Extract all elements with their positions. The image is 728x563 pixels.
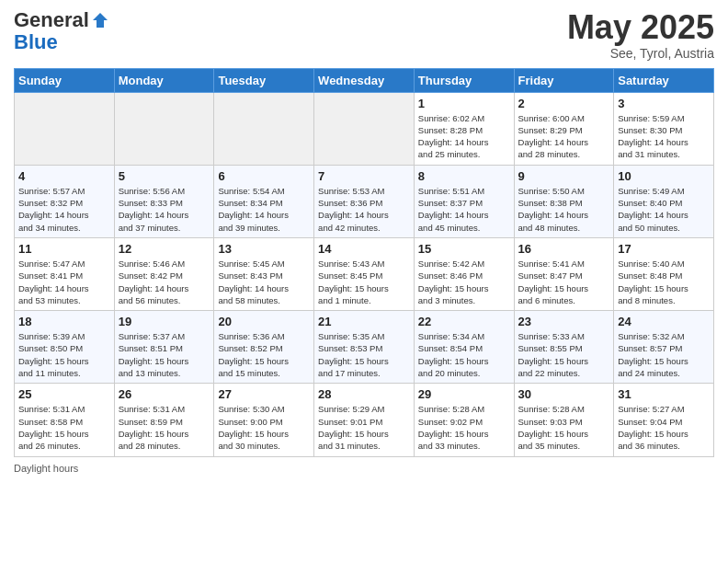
day-info: Sunrise: 5:45 AMSunset: 8:43 PMDaylight:… — [218, 258, 310, 306]
day-info: Sunrise: 5:41 AMSunset: 8:47 PMDaylight:… — [518, 258, 610, 306]
calendar-cell: 14Sunrise: 5:43 AMSunset: 8:45 PMDayligh… — [314, 237, 415, 310]
day-number: 22 — [418, 315, 510, 328]
calendar-cell: 31Sunrise: 5:27 AMSunset: 9:04 PMDayligh… — [614, 384, 714, 456]
day-number: 12 — [119, 242, 210, 256]
daylight-hours-label: Daylight hours — [14, 463, 78, 474]
day-info: Sunrise: 5:37 AMSunset: 8:51 PMDaylight:… — [119, 330, 210, 379]
calendar-week-row: 1Sunrise: 6:02 AMSunset: 8:28 PMDaylight… — [15, 92, 714, 165]
day-number: 20 — [218, 315, 310, 328]
day-info: Sunrise: 5:54 AMSunset: 8:34 PMDaylight:… — [218, 185, 310, 234]
calendar-cell: 11Sunrise: 5:47 AMSunset: 8:41 PMDayligh… — [15, 237, 115, 310]
day-number: 28 — [318, 387, 410, 401]
calendar-cell: 22Sunrise: 5:34 AMSunset: 8:54 PMDayligh… — [414, 311, 514, 384]
day-number: 6 — [218, 169, 310, 183]
calendar-cell — [214, 92, 314, 165]
day-number: 16 — [518, 242, 610, 256]
calendar-cell: 2Sunrise: 6:00 AMSunset: 8:29 PMDaylight… — [514, 92, 614, 165]
calendar-table: SundayMondayTuesdayWednesdayThursdayFrid… — [14, 68, 714, 457]
calendar-cell: 26Sunrise: 5:31 AMSunset: 8:59 PMDayligh… — [114, 384, 214, 456]
day-info: Sunrise: 5:57 AMSunset: 8:32 PMDaylight:… — [18, 185, 110, 234]
calendar-cell — [314, 92, 415, 165]
month-title: May 2025 — [567, 9, 714, 46]
day-number: 24 — [618, 315, 710, 328]
day-info: Sunrise: 5:27 AMSunset: 9:04 PMDaylight:… — [618, 403, 710, 452]
day-number: 8 — [418, 169, 510, 183]
day-info: Sunrise: 5:46 AMSunset: 8:42 PMDaylight:… — [119, 258, 210, 306]
logo: General Blue — [14, 9, 109, 53]
day-info: Sunrise: 5:59 AMSunset: 8:30 PMDaylight:… — [618, 112, 710, 161]
day-info: Sunrise: 5:50 AMSunset: 8:38 PMDaylight:… — [518, 185, 610, 234]
calendar-cell: 13Sunrise: 5:45 AMSunset: 8:43 PMDayligh… — [214, 237, 314, 310]
calendar-cell: 10Sunrise: 5:49 AMSunset: 8:40 PMDayligh… — [614, 165, 714, 237]
day-info: Sunrise: 5:39 AMSunset: 8:50 PMDaylight:… — [18, 330, 110, 379]
day-number: 30 — [518, 387, 610, 401]
calendar-header-sunday: Sunday — [15, 68, 115, 92]
day-number: 26 — [119, 387, 210, 401]
day-number: 3 — [618, 97, 710, 110]
day-number: 14 — [318, 242, 410, 256]
calendar-cell: 30Sunrise: 5:28 AMSunset: 9:03 PMDayligh… — [514, 384, 614, 456]
calendar-cell: 19Sunrise: 5:37 AMSunset: 8:51 PMDayligh… — [114, 311, 214, 384]
calendar-cell: 27Sunrise: 5:30 AMSunset: 9:00 PMDayligh… — [214, 384, 314, 456]
day-number: 4 — [18, 169, 110, 183]
day-number: 21 — [318, 315, 410, 328]
calendar-cell: 12Sunrise: 5:46 AMSunset: 8:42 PMDayligh… — [114, 237, 214, 310]
calendar-header-thursday: Thursday — [414, 68, 514, 92]
day-number: 15 — [418, 242, 510, 256]
day-number: 17 — [618, 242, 710, 256]
day-info: Sunrise: 6:02 AMSunset: 8:28 PMDaylight:… — [418, 112, 510, 161]
calendar-week-row: 18Sunrise: 5:39 AMSunset: 8:50 PMDayligh… — [15, 311, 714, 384]
calendar-cell: 28Sunrise: 5:29 AMSunset: 9:01 PMDayligh… — [314, 384, 415, 456]
calendar-cell: 25Sunrise: 5:31 AMSunset: 8:58 PMDayligh… — [15, 384, 115, 456]
day-info: Sunrise: 5:47 AMSunset: 8:41 PMDaylight:… — [18, 258, 110, 306]
calendar-week-row: 25Sunrise: 5:31 AMSunset: 8:58 PMDayligh… — [15, 384, 714, 456]
day-info: Sunrise: 5:40 AMSunset: 8:48 PMDaylight:… — [618, 258, 710, 306]
day-number: 13 — [218, 242, 310, 256]
footer: Daylight hours — [14, 463, 714, 474]
calendar-cell: 4Sunrise: 5:57 AMSunset: 8:32 PMDaylight… — [15, 165, 115, 237]
calendar-cell: 21Sunrise: 5:35 AMSunset: 8:53 PMDayligh… — [314, 311, 415, 384]
day-info: Sunrise: 5:43 AMSunset: 8:45 PMDaylight:… — [318, 258, 410, 306]
day-info: Sunrise: 6:00 AMSunset: 8:29 PMDaylight:… — [518, 112, 610, 161]
day-info: Sunrise: 5:30 AMSunset: 9:00 PMDaylight:… — [218, 403, 310, 452]
calendar-week-row: 11Sunrise: 5:47 AMSunset: 8:41 PMDayligh… — [15, 237, 714, 310]
calendar-cell: 6Sunrise: 5:54 AMSunset: 8:34 PMDaylight… — [214, 165, 314, 237]
day-number: 27 — [218, 387, 310, 401]
day-info: Sunrise: 5:33 AMSunset: 8:55 PMDaylight:… — [518, 330, 610, 379]
day-number: 23 — [518, 315, 610, 328]
day-number: 11 — [18, 242, 110, 256]
day-number: 25 — [18, 387, 110, 401]
calendar-cell — [15, 92, 115, 165]
calendar-cell — [114, 92, 214, 165]
day-info: Sunrise: 5:31 AMSunset: 8:58 PMDaylight:… — [18, 403, 110, 452]
calendar-cell: 15Sunrise: 5:42 AMSunset: 8:46 PMDayligh… — [414, 237, 514, 310]
calendar-cell: 20Sunrise: 5:36 AMSunset: 8:52 PMDayligh… — [214, 311, 314, 384]
calendar-header-saturday: Saturday — [614, 68, 714, 92]
day-info: Sunrise: 5:42 AMSunset: 8:46 PMDaylight:… — [418, 258, 510, 306]
day-number: 7 — [318, 169, 410, 183]
day-number: 29 — [418, 387, 510, 401]
day-number: 1 — [418, 97, 510, 110]
calendar-cell: 1Sunrise: 6:02 AMSunset: 8:28 PMDaylight… — [414, 92, 514, 165]
calendar-cell: 23Sunrise: 5:33 AMSunset: 8:55 PMDayligh… — [514, 311, 614, 384]
logo-blue: Blue — [14, 31, 109, 53]
calendar-cell: 18Sunrise: 5:39 AMSunset: 8:50 PMDayligh… — [15, 311, 115, 384]
title-block: May 2025 See, Tyrol, Austria — [567, 9, 714, 61]
day-number: 5 — [119, 169, 210, 183]
calendar-cell: 9Sunrise: 5:50 AMSunset: 8:38 PMDaylight… — [514, 165, 614, 237]
calendar-cell: 24Sunrise: 5:32 AMSunset: 8:57 PMDayligh… — [614, 311, 714, 384]
day-info: Sunrise: 5:36 AMSunset: 8:52 PMDaylight:… — [218, 330, 310, 379]
day-info: Sunrise: 5:34 AMSunset: 8:54 PMDaylight:… — [418, 330, 510, 379]
calendar-week-row: 4Sunrise: 5:57 AMSunset: 8:32 PMDaylight… — [15, 165, 714, 237]
logo-general: General — [14, 9, 89, 31]
calendar-header-wednesday: Wednesday — [314, 68, 415, 92]
calendar-header-tuesday: Tuesday — [214, 68, 314, 92]
calendar-cell: 7Sunrise: 5:53 AMSunset: 8:36 PMDaylight… — [314, 165, 415, 237]
calendar-cell: 29Sunrise: 5:28 AMSunset: 9:02 PMDayligh… — [414, 384, 514, 456]
day-info: Sunrise: 5:49 AMSunset: 8:40 PMDaylight:… — [618, 185, 710, 234]
page: General Blue May 2025 See, Tyrol, Austri… — [0, 0, 728, 563]
day-info: Sunrise: 5:51 AMSunset: 8:37 PMDaylight:… — [418, 185, 510, 234]
calendar-header-row: SundayMondayTuesdayWednesdayThursdayFrid… — [15, 68, 714, 92]
day-info: Sunrise: 5:31 AMSunset: 8:59 PMDaylight:… — [119, 403, 210, 452]
calendar-header-friday: Friday — [514, 68, 614, 92]
